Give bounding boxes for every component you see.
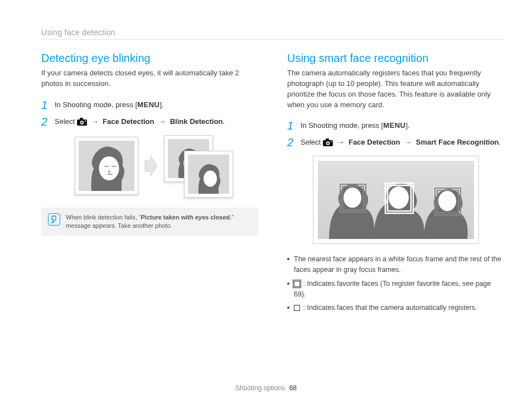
bullet-dot-icon [287, 307, 289, 309]
svg-point-15 [438, 191, 456, 211]
face-illustration [192, 160, 225, 194]
svg-rect-9 [326, 138, 329, 141]
step2-select: Select [301, 138, 323, 146]
arrow-icon: → [158, 117, 166, 126]
svg-point-14 [389, 186, 409, 209]
bullet-dot-icon [287, 258, 289, 260]
bullet-dot-icon [287, 283, 289, 285]
intro-blink: If your camera detects closed eyes, it w… [41, 68, 258, 89]
step-number: 1 [287, 120, 295, 131]
steps-blink: 1 In Shooting mode, press [MENU]. 2 Sele… [41, 99, 258, 127]
note-prefix: When blink detection fails, “ [66, 214, 141, 221]
figure-blink [41, 135, 258, 197]
bullet-3: : Indicates faces that the camera automa… [287, 303, 504, 313]
arrow-icon: → [404, 138, 412, 146]
svg-point-11 [327, 142, 328, 144]
camera-icon [77, 118, 87, 126]
bullet-text: The nearest face appears in a white focu… [294, 254, 504, 275]
path-face-detection: Face Detection [103, 117, 154, 126]
page-number: 68 [289, 384, 297, 392]
bullet-1: The nearest face appears in a white focu… [287, 254, 504, 275]
left-column: Detecting eye blinking If your camera de… [41, 52, 258, 317]
photo-eyes-closed [75, 137, 138, 195]
steps-smart: 1 In Shooting mode, press [MENU]. 2 Sele… [287, 120, 504, 148]
footer-section: Shooting options [235, 384, 285, 392]
intro-smart: The camera automatically registers faces… [287, 68, 504, 110]
group-illustration [318, 161, 474, 239]
face-illustration [81, 141, 132, 191]
bullet-text: : Indicates faces that the camera automa… [303, 304, 477, 312]
path-smart-face: Smart Face Recognition [416, 138, 499, 146]
step1-text: In Shooting mode, press [ [301, 121, 383, 130]
step-number: 2 [287, 137, 295, 148]
note-text: When blink detection fails, “Picture tak… [66, 213, 252, 231]
svg-point-4 [85, 120, 86, 121]
step-2-smart: 2 Select → Face Detection → Smart Face R… [287, 137, 504, 148]
step2-select: Select [55, 117, 77, 126]
section-title-smart: Using smart face recognition [287, 52, 504, 65]
step-1-blink: 1 In Shooting mode, press [MENU]. [41, 99, 258, 111]
note-icon [48, 213, 60, 226]
section-title-blink: Detecting eye blinking [41, 52, 258, 65]
menu-label: MENU [383, 121, 405, 130]
svg-point-7 [204, 170, 217, 186]
step1-close: ]. [405, 121, 409, 130]
bullet-2: : Indicates favorite faces (To register … [287, 279, 504, 300]
step-1-smart: 1 In Shooting mode, press [MENU]. [287, 120, 504, 131]
right-column: Using smart face recognition The camera … [287, 52, 504, 317]
step-number: 1 [41, 99, 49, 111]
svg-point-3 [81, 122, 83, 123]
svg-point-13 [344, 188, 361, 208]
photo-stack [164, 135, 225, 197]
svg-rect-1 [80, 118, 83, 120]
page-footer: Shooting options 68 [0, 384, 532, 392]
breadcrumb: Using face detection [41, 28, 504, 40]
single-frame-icon [294, 305, 300, 311]
svg-point-12 [331, 141, 332, 142]
step1-text: In Shooting mode, press [ [55, 100, 137, 109]
step-number: 2 [41, 116, 49, 127]
note-blink: When blink detection fails, “Picture tak… [41, 208, 258, 236]
arrow-icon: → [337, 138, 344, 146]
arrow-large-icon [144, 155, 158, 177]
photo-result-2 [184, 151, 233, 198]
path-face-detection: Face Detection [349, 138, 400, 146]
bullet-list: The nearest face appears in a white focu… [287, 254, 504, 313]
double-frame-icon [294, 281, 300, 287]
step-2-blink: 2 Select → Face Detection → Blink Detect… [41, 116, 258, 127]
note-bold: Picture taken with eyes closed. [141, 214, 232, 221]
bullet-text: : Indicates favorite faces (To register … [294, 280, 491, 298]
path-blink-detection: Blink Detection [170, 117, 223, 126]
content-columns: Detecting eye blinking If your camera de… [41, 52, 504, 317]
arrow-icon: → [91, 117, 98, 126]
camera-icon [323, 138, 333, 146]
svg-point-5 [99, 156, 119, 180]
figure-smart [313, 156, 479, 244]
menu-label: MENU [137, 100, 159, 109]
step1-close: ]. [159, 100, 163, 109]
